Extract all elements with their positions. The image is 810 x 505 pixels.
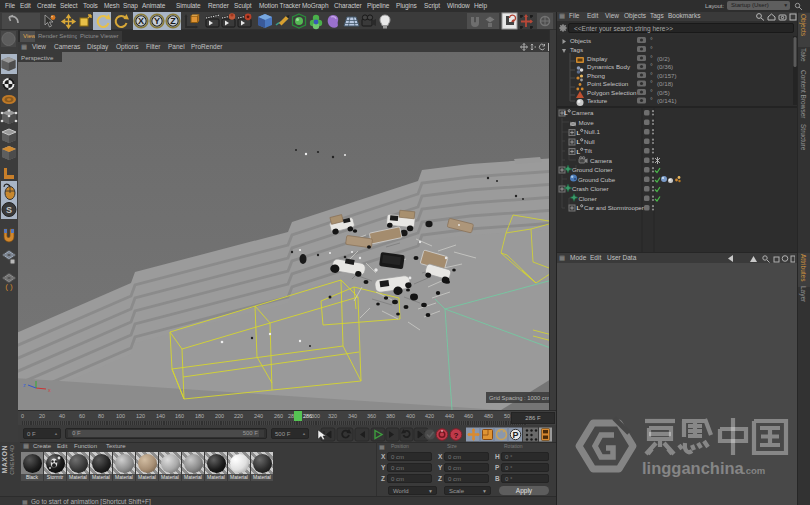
svg-text:S: S bbox=[6, 205, 12, 215]
svg-text:Grid Spacing : 1000 cm: Grid Spacing : 1000 cm bbox=[489, 395, 549, 401]
svg-text:P: P bbox=[512, 430, 518, 440]
svg-text:X: X bbox=[138, 16, 144, 26]
svg-text:x: x bbox=[48, 387, 51, 393]
svg-text:( ): ( ) bbox=[5, 282, 13, 291]
svg-text:.com: .com bbox=[743, 465, 765, 476]
svg-text:Z: Z bbox=[170, 16, 176, 26]
svg-text:?: ? bbox=[454, 431, 459, 440]
svg-text:z: z bbox=[23, 382, 26, 388]
svg-text:Y: Y bbox=[154, 16, 160, 26]
svg-text:Perspective: Perspective bbox=[21, 54, 54, 61]
svg-text:lingganchina: lingganchina bbox=[642, 459, 745, 477]
